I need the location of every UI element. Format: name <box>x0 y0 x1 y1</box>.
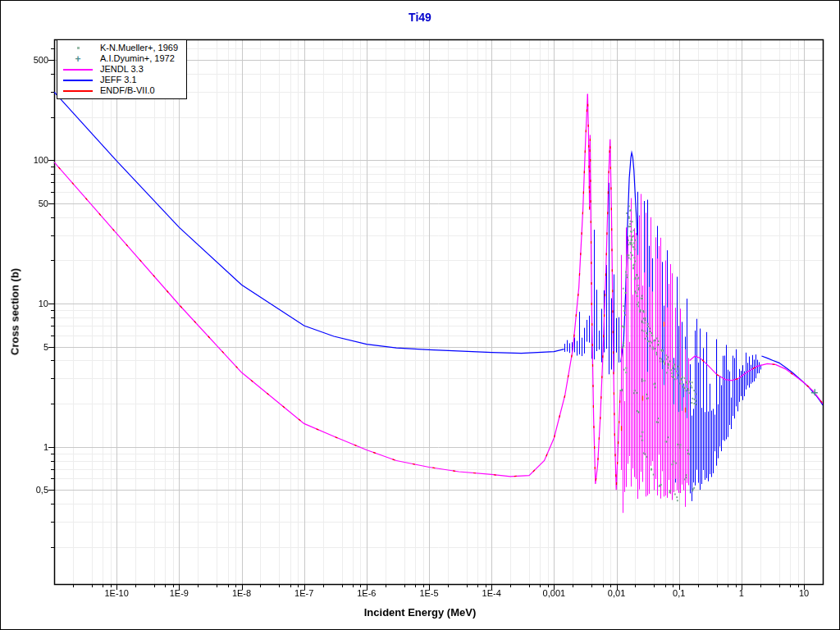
legend-item: ENDF/B-VII.0 <box>59 85 178 96</box>
x-tick-label: 0,01 <box>608 588 625 598</box>
legend-line-marker <box>59 80 97 81</box>
y-tick-label: 100 <box>34 155 48 165</box>
legend-item: JENDL 3.3 <box>59 64 178 75</box>
legend-item-label: A.I.Dyumin+, 1972 <box>100 53 175 64</box>
y-axis-label: Cross section (b) <box>9 268 21 355</box>
legend-item: JEFF 3.1 <box>59 75 178 85</box>
y-tick-label: 10 <box>39 299 48 308</box>
legend: K-N.Mueller+, 1969+A.I.Dyumin+, 1972JEND… <box>57 39 187 99</box>
y-tick-label: 5 <box>43 342 48 352</box>
legend-item-label: JENDL 3.3 <box>100 64 144 75</box>
x-axis-label: Incident Energy (MeV) <box>1 606 839 619</box>
x-tick-label: 10 <box>799 588 809 598</box>
plot-window: Ti49 Incident Energy (MeV) Cross section… <box>0 0 840 630</box>
x-tick-label: 0,001 <box>543 588 566 598</box>
legend-line-marker <box>59 69 97 71</box>
y-tick-label: 1 <box>43 442 48 452</box>
legend-item: +A.I.Dyumin+, 1972 <box>59 53 178 64</box>
x-tick-label: 0,1 <box>673 588 685 598</box>
legend-item-label: JEFF 3.1 <box>100 75 137 85</box>
legend-item-label: ENDF/B-VII.0 <box>100 85 155 96</box>
x-tick-label: 1 <box>739 588 744 598</box>
chart-title: Ti49 <box>1 11 839 24</box>
x-tick-label: 1E-9 <box>170 588 189 598</box>
legend-dot-marker <box>59 47 97 49</box>
legend-line-marker <box>59 90 97 92</box>
x-tick-label: 1E-7 <box>294 588 313 598</box>
y-tick-label: 0,5 <box>36 485 48 495</box>
x-tick-label: 1E-10 <box>104 588 128 598</box>
x-tick-label: 1E-5 <box>419 588 438 598</box>
x-tick-label: 1E-4 <box>482 588 501 598</box>
legend-item: K-N.Mueller+, 1969 <box>59 43 178 53</box>
legend-plus-marker: + <box>59 55 97 63</box>
y-tick-label: 50 <box>39 199 48 208</box>
x-tick-label: 1E-6 <box>357 588 376 598</box>
x-tick-label: 1E-8 <box>232 588 251 598</box>
y-tick-label: 500 <box>34 55 48 65</box>
legend-item-label: K-N.Mueller+, 1969 <box>100 43 178 53</box>
